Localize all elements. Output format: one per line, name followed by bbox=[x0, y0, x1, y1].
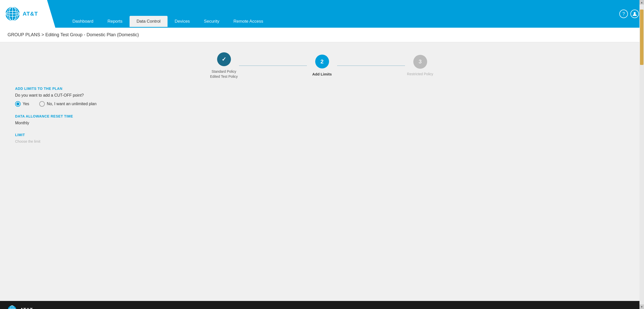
step-1: ✓ Standard Policy Edited Test Policy bbox=[209, 52, 239, 79]
svg-point-6 bbox=[634, 12, 636, 14]
step-3-circle: 3 bbox=[413, 55, 427, 69]
step-1-label: Standard Policy Edited Test Policy bbox=[210, 69, 238, 79]
radio-yes-inner bbox=[16, 102, 19, 105]
user-icon[interactable] bbox=[630, 10, 639, 18]
breadcrumb-area: GROUP PLANS > Editing Test Group - Domes… bbox=[0, 28, 644, 42]
nav-security[interactable]: Security bbox=[197, 16, 226, 28]
help-icon[interactable]: ? bbox=[619, 10, 628, 18]
nav-data-control[interactable]: Data Control bbox=[130, 16, 168, 28]
nav-reports[interactable]: Reports bbox=[100, 16, 130, 28]
data-allowance-section: DATA ALLOWANCE RESET TIME Monthly bbox=[15, 114, 629, 125]
breadcrumb: GROUP PLANS > Editing Test Group - Domes… bbox=[8, 32, 139, 37]
cutoff-radio-group: Yes No, I want an unlimited plan bbox=[15, 101, 629, 107]
radio-yes-outer bbox=[15, 101, 21, 107]
nav-devices[interactable]: Devices bbox=[168, 16, 197, 28]
limit-section: LIMIT Choose the limit bbox=[15, 133, 629, 143]
radio-no-label: No, I want an unlimited plan bbox=[47, 102, 96, 106]
scrollbar[interactable]: ▲ ▼ bbox=[639, 0, 644, 309]
nav-remote-access[interactable]: Remote Access bbox=[226, 16, 270, 28]
add-limits-question: Do you want to add a CUT-OFF point? bbox=[15, 93, 629, 98]
scrollbar-up[interactable]: ▲ bbox=[639, 0, 644, 5]
scrollbar-down[interactable]: ▼ bbox=[639, 304, 644, 309]
step-2: 2 Add Limits bbox=[307, 55, 337, 77]
att-logo-text: AT&T bbox=[23, 11, 38, 17]
data-allowance-heading: DATA ALLOWANCE RESET TIME bbox=[15, 114, 629, 118]
radio-yes-label: Yes bbox=[23, 102, 29, 106]
step-3-label: Restricted Policy bbox=[407, 72, 433, 77]
radio-yes[interactable]: Yes bbox=[15, 101, 29, 107]
data-allowance-value: Monthly bbox=[15, 121, 629, 125]
radio-no-outer bbox=[39, 101, 45, 107]
connector-1-2 bbox=[239, 65, 307, 66]
logo-area: AT&T bbox=[0, 0, 55, 28]
nav-dashboard[interactable]: Dashboard bbox=[65, 16, 100, 28]
step-2-label: Add Limits bbox=[312, 71, 332, 77]
scrollbar-thumb[interactable] bbox=[640, 10, 643, 65]
connector-2-3 bbox=[337, 65, 405, 66]
add-limits-section: ADD LIMITS TO THE PLAN Do you want to ad… bbox=[15, 87, 629, 107]
radio-no[interactable]: No, I want an unlimited plan bbox=[39, 101, 96, 107]
step-1-circle: ✓ bbox=[217, 52, 231, 66]
stepper: ✓ Standard Policy Edited Test Policy 2 A… bbox=[209, 52, 435, 79]
add-limits-heading: ADD LIMITS TO THE PLAN bbox=[15, 87, 629, 91]
footer-logo-text: AT&T bbox=[20, 307, 33, 309]
step-3: 3 Restricted Policy bbox=[405, 55, 435, 77]
header: AT&T Dashboard Reports Data Control Devi… bbox=[0, 0, 644, 28]
att-logo-globe bbox=[5, 6, 20, 21]
main-content: ✓ Standard Policy Edited Test Policy 2 A… bbox=[0, 42, 644, 301]
limit-hint: Choose the limit bbox=[15, 139, 629, 143]
step-2-circle: 2 bbox=[315, 55, 329, 68]
limit-heading: LIMIT bbox=[15, 133, 629, 137]
footer: AT&T bbox=[0, 301, 644, 309]
main-nav: Dashboard Reports Data Control Devices S… bbox=[55, 0, 614, 28]
footer-logo-globe bbox=[8, 305, 17, 309]
